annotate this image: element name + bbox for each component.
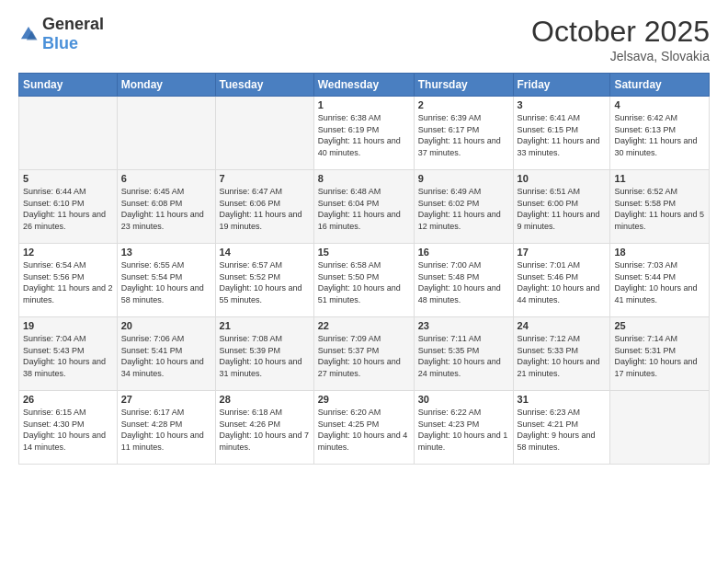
table-row: 8Sunrise: 6:48 AM Sunset: 6:04 PM Daylig… xyxy=(313,170,414,244)
day-number: 4 xyxy=(614,99,705,110)
table-row: 26Sunrise: 6:15 AM Sunset: 4:30 PM Dayli… xyxy=(19,391,118,465)
col-friday: Friday xyxy=(513,74,610,97)
day-info: Sunrise: 6:42 AM Sunset: 6:13 PM Dayligh… xyxy=(614,112,705,158)
col-wednesday: Wednesday xyxy=(313,74,414,97)
week-row-4: 19Sunrise: 7:04 AM Sunset: 5:43 PM Dayli… xyxy=(19,317,710,391)
table-row: 16Sunrise: 7:00 AM Sunset: 5:48 PM Dayli… xyxy=(414,244,513,317)
col-thursday: Thursday xyxy=(414,74,513,97)
month-title: October 2025 xyxy=(531,15,710,49)
table-row: 28Sunrise: 6:18 AM Sunset: 4:26 PM Dayli… xyxy=(215,391,313,465)
day-info: Sunrise: 6:18 AM Sunset: 4:26 PM Dayligh… xyxy=(220,407,310,453)
col-tuesday: Tuesday xyxy=(215,74,313,97)
day-info: Sunrise: 6:38 AM Sunset: 6:19 PM Dayligh… xyxy=(318,112,410,158)
table-row: 15Sunrise: 6:58 AM Sunset: 5:50 PM Dayli… xyxy=(313,244,414,317)
table-row: 7Sunrise: 6:47 AM Sunset: 6:06 PM Daylig… xyxy=(215,170,313,244)
day-number: 26 xyxy=(23,394,113,405)
day-number: 19 xyxy=(23,320,113,331)
day-info: Sunrise: 7:11 AM Sunset: 5:35 PM Dayligh… xyxy=(418,333,509,379)
table-row xyxy=(215,97,313,170)
day-number: 1 xyxy=(318,99,410,110)
week-row-3: 12Sunrise: 6:54 AM Sunset: 5:56 PM Dayli… xyxy=(19,244,710,317)
day-number: 2 xyxy=(418,99,509,110)
table-row: 2Sunrise: 6:39 AM Sunset: 6:17 PM Daylig… xyxy=(414,97,513,170)
table-row: 1Sunrise: 6:38 AM Sunset: 6:19 PM Daylig… xyxy=(313,97,414,170)
day-info: Sunrise: 7:01 AM Sunset: 5:46 PM Dayligh… xyxy=(518,259,607,305)
title-block: October 2025 Jelsava, Slovakia xyxy=(531,15,710,63)
table-row: 18Sunrise: 7:03 AM Sunset: 5:44 PM Dayli… xyxy=(610,244,710,317)
day-number: 12 xyxy=(23,247,113,258)
logo-icon xyxy=(18,24,39,44)
day-number: 22 xyxy=(318,320,410,331)
day-info: Sunrise: 6:22 AM Sunset: 4:23 PM Dayligh… xyxy=(418,407,509,453)
day-number: 25 xyxy=(614,320,705,331)
day-info: Sunrise: 6:54 AM Sunset: 5:56 PM Dayligh… xyxy=(23,259,113,305)
table-row: 20Sunrise: 7:06 AM Sunset: 5:41 PM Dayli… xyxy=(117,317,215,391)
col-saturday: Saturday xyxy=(610,74,710,97)
table-row: 12Sunrise: 6:54 AM Sunset: 5:56 PM Dayli… xyxy=(19,244,118,317)
table-row: 5Sunrise: 6:44 AM Sunset: 6:10 PM Daylig… xyxy=(19,170,118,244)
table-row: 11Sunrise: 6:52 AM Sunset: 5:58 PM Dayli… xyxy=(610,170,710,244)
day-info: Sunrise: 6:57 AM Sunset: 5:52 PM Dayligh… xyxy=(220,259,310,305)
day-number: 11 xyxy=(614,173,705,184)
col-sunday: Sunday xyxy=(19,74,118,97)
table-row: 6Sunrise: 6:45 AM Sunset: 6:08 PM Daylig… xyxy=(117,170,215,244)
day-info: Sunrise: 6:52 AM Sunset: 5:58 PM Dayligh… xyxy=(614,186,705,232)
day-info: Sunrise: 7:03 AM Sunset: 5:44 PM Dayligh… xyxy=(614,259,705,305)
day-info: Sunrise: 6:41 AM Sunset: 6:15 PM Dayligh… xyxy=(518,112,607,158)
day-number: 9 xyxy=(418,173,509,184)
logo-general: General xyxy=(42,15,104,33)
day-info: Sunrise: 6:15 AM Sunset: 4:30 PM Dayligh… xyxy=(23,407,113,453)
day-info: Sunrise: 6:55 AM Sunset: 5:54 PM Dayligh… xyxy=(121,259,211,305)
table-row: 24Sunrise: 7:12 AM Sunset: 5:33 PM Dayli… xyxy=(513,317,610,391)
col-monday: Monday xyxy=(117,74,215,97)
day-number: 21 xyxy=(220,320,310,331)
day-info: Sunrise: 6:44 AM Sunset: 6:10 PM Dayligh… xyxy=(23,186,113,232)
day-number: 17 xyxy=(518,247,607,258)
day-number: 3 xyxy=(518,99,607,110)
day-number: 15 xyxy=(318,247,410,258)
day-info: Sunrise: 6:23 AM Sunset: 4:21 PM Dayligh… xyxy=(518,407,607,453)
day-number: 28 xyxy=(220,394,310,405)
day-number: 29 xyxy=(318,394,410,405)
day-number: 14 xyxy=(220,247,310,258)
day-info: Sunrise: 6:20 AM Sunset: 4:25 PM Dayligh… xyxy=(318,407,410,453)
day-info: Sunrise: 7:00 AM Sunset: 5:48 PM Dayligh… xyxy=(418,259,509,305)
day-info: Sunrise: 6:49 AM Sunset: 6:02 PM Dayligh… xyxy=(418,186,509,232)
page: General Blue October 2025 Jelsava, Slova… xyxy=(0,0,728,563)
day-info: Sunrise: 6:45 AM Sunset: 6:08 PM Dayligh… xyxy=(121,186,211,232)
table-row: 17Sunrise: 7:01 AM Sunset: 5:46 PM Dayli… xyxy=(513,244,610,317)
day-number: 5 xyxy=(23,173,113,184)
day-number: 20 xyxy=(121,320,211,331)
day-number: 16 xyxy=(418,247,509,258)
logo: General Blue xyxy=(18,15,104,53)
day-info: Sunrise: 6:48 AM Sunset: 6:04 PM Dayligh… xyxy=(318,186,410,232)
calendar: Sunday Monday Tuesday Wednesday Thursday… xyxy=(18,73,710,465)
table-row xyxy=(610,391,710,465)
day-number: 6 xyxy=(121,173,211,184)
day-number: 8 xyxy=(318,173,410,184)
day-info: Sunrise: 7:04 AM Sunset: 5:43 PM Dayligh… xyxy=(23,333,113,379)
calendar-header-row: Sunday Monday Tuesday Wednesday Thursday… xyxy=(19,74,710,97)
table-row: 23Sunrise: 7:11 AM Sunset: 5:35 PM Dayli… xyxy=(414,317,513,391)
day-number: 7 xyxy=(220,173,310,184)
day-number: 31 xyxy=(518,394,607,405)
table-row: 10Sunrise: 6:51 AM Sunset: 6:00 PM Dayli… xyxy=(513,170,610,244)
logo-blue: Blue xyxy=(42,34,78,52)
table-row: 9Sunrise: 6:49 AM Sunset: 6:02 PM Daylig… xyxy=(414,170,513,244)
table-row xyxy=(117,97,215,170)
location: Jelsava, Slovakia xyxy=(531,49,710,63)
logo-text: General Blue xyxy=(42,15,104,53)
day-number: 30 xyxy=(418,394,509,405)
week-row-1: 1Sunrise: 6:38 AM Sunset: 6:19 PM Daylig… xyxy=(19,97,710,170)
day-info: Sunrise: 7:06 AM Sunset: 5:41 PM Dayligh… xyxy=(121,333,211,379)
day-number: 10 xyxy=(518,173,607,184)
table-row: 21Sunrise: 7:08 AM Sunset: 5:39 PM Dayli… xyxy=(215,317,313,391)
table-row: 3Sunrise: 6:41 AM Sunset: 6:15 PM Daylig… xyxy=(513,97,610,170)
table-row: 19Sunrise: 7:04 AM Sunset: 5:43 PM Dayli… xyxy=(19,317,118,391)
table-row: 13Sunrise: 6:55 AM Sunset: 5:54 PM Dayli… xyxy=(117,244,215,317)
table-row: 25Sunrise: 7:14 AM Sunset: 5:31 PM Dayli… xyxy=(610,317,710,391)
day-info: Sunrise: 7:08 AM Sunset: 5:39 PM Dayligh… xyxy=(220,333,310,379)
day-number: 23 xyxy=(418,320,509,331)
day-info: Sunrise: 6:39 AM Sunset: 6:17 PM Dayligh… xyxy=(418,112,509,158)
day-number: 13 xyxy=(121,247,211,258)
